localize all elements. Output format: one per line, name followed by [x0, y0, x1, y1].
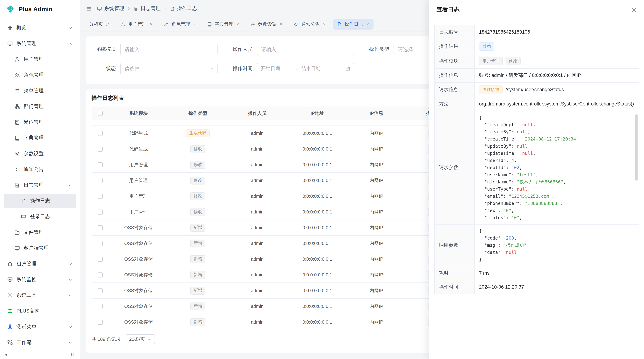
megaphone-icon: [294, 22, 299, 27]
row-checkbox[interactable]: [98, 209, 103, 214]
sidebar-collapse-button[interactable]: «: [4, 352, 7, 357]
close-icon[interactable]: [236, 22, 240, 26]
tab-role-management[interactable]: 角色管理: [160, 19, 200, 29]
row-checkbox[interactable]: [98, 162, 103, 167]
page-size-select[interactable]: 20条/页: [126, 334, 155, 344]
sidebar-item-system-tools[interactable]: 系统工具: [4, 288, 76, 303]
sidebar-item-user-management[interactable]: 用户管理: [4, 52, 76, 66]
close-icon[interactable]: [279, 22, 283, 26]
filter-status-select[interactable]: [120, 63, 218, 74]
sidebar-item-operation-log[interactable]: 操作日志: [4, 194, 76, 208]
sidebar-item-dict-management[interactable]: 字典管理: [4, 131, 76, 145]
select-all-checkbox[interactable]: [98, 111, 103, 116]
tab-param-settings[interactable]: 参数设置: [246, 19, 287, 29]
breadcrumb-item-system[interactable]: 系统管理: [97, 5, 124, 12]
sidebar-item-plus-website[interactable]: PLUS官网: [4, 304, 76, 318]
cell-ip-info: 内网IP: [348, 220, 405, 235]
row-checkbox[interactable]: [98, 272, 103, 277]
cell-operator: admin: [228, 236, 287, 251]
sidebar-item-file-management[interactable]: 文件管理: [4, 225, 76, 240]
sidebar-item-notice[interactable]: 通知公告: [4, 162, 76, 177]
cell-module: 用户管理: [109, 188, 168, 204]
type-tag: 新增: [190, 318, 205, 326]
cell-ip: 0:0:0:0:0:0:0:1: [287, 220, 348, 235]
sidebar-item-workflow[interactable]: 工作流: [4, 336, 76, 350]
hamburger-menu-icon[interactable]: [86, 5, 92, 12]
logo-gem-icon: [6, 5, 15, 14]
type-tag: 新增: [190, 271, 205, 279]
tab-user-management[interactable]: 用户管理: [117, 19, 157, 29]
row-checkbox[interactable]: [98, 194, 103, 199]
cell-ip-info: 内网IP: [348, 283, 405, 298]
sidebar-item-log-management[interactable]: 日志管理: [4, 178, 76, 192]
tab-notice[interactable]: 通知公告: [290, 19, 330, 29]
sidebar-item-post-management[interactable]: 岗位管理: [4, 115, 76, 129]
row-checkbox[interactable]: [98, 304, 103, 309]
field-label: 操作模块: [434, 54, 474, 68]
sidebar-item-param-settings[interactable]: 参数设置: [4, 147, 76, 161]
close-icon[interactable]: [149, 22, 153, 26]
chevron-up-icon: [68, 183, 73, 188]
cell-module: OSS对象存储: [109, 299, 168, 314]
col-operator: 操作人员: [228, 107, 287, 120]
layout-panel-icon[interactable]: [71, 352, 76, 357]
gear-icon: [250, 22, 256, 27]
cell-type: 新增: [168, 283, 228, 298]
cell-module: 代码生成: [109, 141, 168, 157]
cell-module: OSS对象存储: [109, 251, 168, 267]
sidebar-item-tenant-management[interactable]: 租户管理: [4, 257, 76, 271]
cell-operator: admin: [228, 157, 287, 172]
response-params-json: { "code": 200, "msg": "操作成功", "data": nu…: [479, 227, 634, 263]
field-label: 操作信息: [434, 68, 474, 82]
field-label: 请求信息: [434, 82, 474, 97]
sidebar-item-client-management[interactable]: 客户端管理: [4, 241, 76, 255]
row-checkbox[interactable]: [98, 241, 103, 246]
close-icon[interactable]: [631, 7, 637, 13]
row-checkbox[interactable]: [98, 146, 103, 151]
globe-icon: [7, 308, 13, 314]
monitor-icon: [97, 6, 102, 11]
row-checkbox[interactable]: [98, 288, 103, 293]
cell-operator: admin: [228, 267, 287, 283]
row-checkbox[interactable]: [98, 225, 103, 230]
cell-operator: admin: [228, 251, 287, 267]
breadcrumb-item-log[interactable]: 日志管理: [134, 5, 161, 12]
sidebar-item-login-log[interactable]: 登录日志: [4, 210, 76, 224]
sidebar-item-menu-management[interactable]: 菜单管理: [4, 84, 76, 98]
close-icon[interactable]: [192, 22, 196, 26]
tab-dict-management[interactable]: 字典管理: [203, 19, 244, 29]
filter-date-range[interactable]: 开始日期 结束日期: [257, 63, 354, 74]
close-icon[interactable]: [322, 22, 326, 26]
row-checkbox[interactable]: [98, 131, 103, 136]
filter-operator-input[interactable]: [257, 44, 354, 55]
sidebar-item-system-monitor[interactable]: 系统监控: [4, 273, 76, 287]
pin-icon[interactable]: [106, 22, 110, 26]
close-icon[interactable]: [366, 22, 370, 26]
cell-type: 新增: [168, 220, 228, 235]
cell-type: 修改: [168, 188, 228, 204]
book-icon: [14, 135, 20, 141]
http-method-badge: PUT请求: [479, 85, 503, 94]
row-checkbox[interactable]: [98, 257, 103, 262]
scrollbar-thumb[interactable]: [636, 114, 638, 181]
sidebar-item-dept-management[interactable]: 部门管理: [4, 99, 76, 114]
row-checkbox[interactable]: [98, 320, 103, 325]
tools-icon: [7, 293, 13, 298]
sidebar-item-test-menu[interactable]: 测试菜单: [4, 320, 76, 334]
tab-analysis[interactable]: 分析页: [85, 19, 114, 29]
sidebar-item-role-management[interactable]: 角色管理: [4, 68, 76, 82]
type-tag: 新增: [190, 224, 205, 232]
field-label: 日志编号: [434, 25, 474, 39]
tab-operation-log[interactable]: 操作日志: [333, 19, 374, 29]
filter-module-input[interactable]: [120, 44, 218, 55]
sidebar-item-system-management[interactable]: 系统管理: [4, 36, 76, 51]
grid-icon: [7, 25, 13, 31]
folder-icon: [14, 230, 20, 235]
breadcrumb-item-operation-log[interactable]: 操作日志: [170, 5, 197, 12]
drawer-title: 查看日志: [436, 6, 460, 13]
sidebar-item-overview[interactable]: 概览: [4, 21, 76, 35]
chevron-down-icon: [68, 262, 73, 266]
row-checkbox[interactable]: [98, 178, 103, 183]
cell-ip-info: 内网IP: [348, 141, 405, 157]
document-icon: [21, 198, 26, 204]
